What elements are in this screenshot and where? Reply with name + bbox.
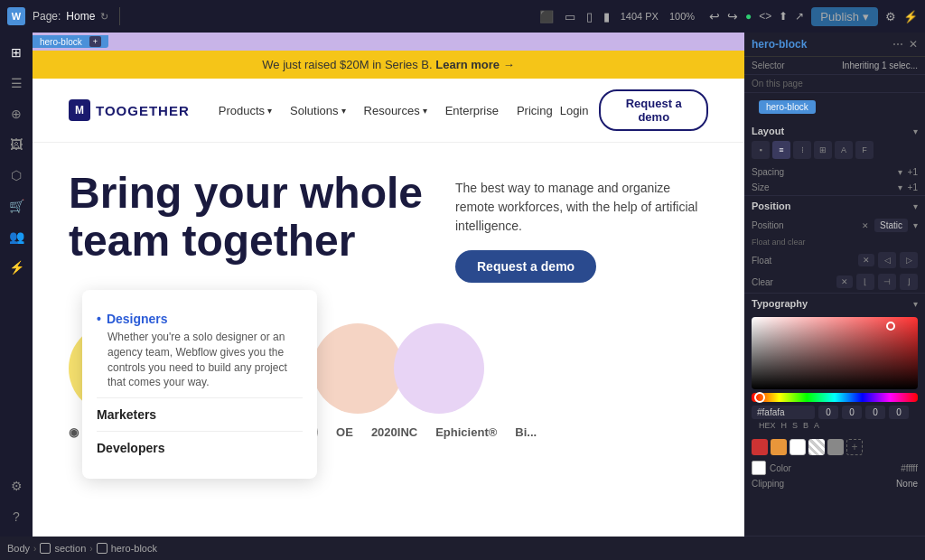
nav-resources[interactable]: Resources ▾	[357, 100, 434, 121]
breadcrumb-hero-block[interactable]: hero-block	[97, 543, 157, 554]
hue-slider[interactable]	[752, 393, 918, 402]
hero-heading: Bring your whole team together	[69, 170, 455, 266]
clipping-value[interactable]: None	[896, 479, 918, 489]
layout-header[interactable]: Layout ▾	[744, 121, 925, 141]
float-right-button[interactable]: ▷	[900, 252, 918, 268]
canvas-area: hero-block + We just raised $20M in Seri…	[33, 33, 744, 537]
dropdown-marketers[interactable]: Marketers	[97, 397, 303, 431]
undo-icon[interactable]: ↩	[709, 9, 720, 23]
color-hex-input[interactable]	[752, 406, 815, 419]
typography-toggle[interactable]: ▾	[913, 299, 918, 309]
position-header[interactable]: Position ▾	[744, 196, 925, 216]
swatch-add-button[interactable]: +	[846, 439, 863, 455]
nav-enterprise[interactable]: Enterprise	[438, 100, 506, 121]
swatch-transparent[interactable]	[808, 439, 825, 455]
float-left-button[interactable]: ◁	[878, 252, 896, 268]
color-s-input[interactable]	[842, 406, 862, 419]
breadcrumb-section[interactable]: section	[40, 543, 86, 554]
desktop-icon[interactable]: ⬛	[536, 8, 557, 25]
display-f-icon[interactable]: F	[855, 141, 874, 159]
sidebar-logic-icon[interactable]: ⚡	[4, 255, 29, 280]
sidebar-cms-icon[interactable]: ⬡	[4, 163, 29, 188]
page-name[interactable]: Home	[66, 10, 95, 23]
color-b-input[interactable]	[865, 406, 885, 419]
nav-login[interactable]: Login	[560, 104, 589, 117]
dropdown-designers[interactable]: Designers Whether you're a solo designer…	[97, 304, 303, 397]
spacing-row: Spacing ▾ +1	[744, 164, 925, 180]
tablet-landscape-icon[interactable]: ▭	[561, 8, 579, 25]
position-toggle[interactable]: ▾	[913, 201, 918, 211]
display-block-icon[interactable]: ▪	[752, 141, 770, 159]
color-swatches-row: +	[744, 435, 925, 459]
grid-icon[interactable]: ⚡	[903, 10, 918, 23]
position-chevron[interactable]: ▾	[913, 220, 918, 230]
position-value[interactable]: Static	[874, 219, 908, 232]
sidebar-pages-icon[interactable]: ⊞	[4, 40, 29, 65]
nav-cta-button[interactable]: Request a demo	[599, 89, 708, 131]
typography-header[interactable]: Typography ▾	[744, 294, 925, 313]
breadcrumb-body[interactable]: Body	[7, 543, 30, 554]
swatch-orange[interactable]	[771, 439, 787, 455]
sidebar-assets-icon[interactable]: 🖼	[4, 132, 29, 157]
display-a-icon[interactable]: A	[835, 141, 853, 159]
announcement-link[interactable]: Learn more	[435, 58, 500, 71]
publish-button[interactable]: Publish ▾	[811, 7, 878, 26]
panel-more-icon[interactable]: ⋯	[892, 38, 903, 51]
color-a-input[interactable]	[889, 406, 909, 419]
sidebar-ecommerce-icon[interactable]: 🛒	[4, 193, 29, 219]
preview-icon[interactable]: ●	[745, 10, 752, 23]
hue-cursor[interactable]	[754, 392, 765, 403]
redo-icon[interactable]: ↪	[727, 9, 738, 23]
color-mode-s[interactable]: S	[792, 421, 798, 430]
size-toggle[interactable]: ▾	[898, 182, 902, 192]
resources-chevron: ▾	[423, 106, 427, 116]
enterprise-label: Enterprise	[445, 104, 499, 117]
color-mode-h[interactable]: H	[781, 421, 788, 430]
share-icon[interactable]: ↗	[795, 10, 804, 23]
sidebar-users-icon[interactable]: 👥	[4, 224, 29, 249]
swatch-red[interactable]	[752, 439, 768, 455]
color-cursor[interactable]	[886, 322, 895, 331]
color-mode-b[interactable]: B	[803, 421, 808, 430]
spacing-toggle[interactable]: ▾	[898, 167, 902, 177]
sidebar-settings-icon[interactable]: ⚙	[4, 473, 29, 499]
clear-x-button[interactable]: ✕	[836, 275, 853, 288]
color-mode-hex[interactable]: HEX	[759, 421, 776, 430]
clear-right-button[interactable]: ⌋	[900, 274, 918, 290]
nav-logo[interactable]: M TOOGETHER	[69, 99, 190, 121]
color-mode-a[interactable]: A	[814, 421, 819, 430]
export-icon[interactable]: ⬆	[779, 10, 788, 23]
color-gradient[interactable]	[752, 317, 918, 389]
nav-products[interactable]: Products ▾	[211, 100, 279, 121]
sidebar-components-icon[interactable]: ⊕	[4, 101, 29, 126]
webflow-logo[interactable]: W	[7, 7, 25, 25]
float-x-button[interactable]: ✕	[858, 254, 874, 266]
settings-icon[interactable]: ⚙	[885, 10, 896, 23]
hero-cta-button[interactable]: Request a demo	[455, 250, 596, 283]
clear-left-button[interactable]: ⌊	[856, 274, 874, 290]
display-flex-col-icon[interactable]: ⁞	[793, 141, 811, 159]
mobile-icon[interactable]: ▮	[600, 8, 613, 25]
color-h-input[interactable]	[818, 406, 838, 419]
panel-header: hero-block ⋯ ✕	[744, 33, 925, 57]
nav-solutions[interactable]: Solutions ▾	[283, 100, 352, 121]
dropdown-developers[interactable]: Developers	[97, 431, 303, 464]
swatch-white[interactable]	[790, 439, 806, 455]
swatch-gray[interactable]	[827, 439, 844, 455]
refresh-icon[interactable]: ↻	[100, 11, 108, 23]
display-flex-row-icon[interactable]: ≡	[772, 141, 790, 159]
display-grid-icon[interactable]: ⊞	[814, 141, 832, 159]
code-icon[interactable]: <>	[759, 10, 771, 23]
nav-pricing[interactable]: Pricing	[509, 100, 560, 121]
tablet-icon[interactable]: ▯	[583, 8, 596, 25]
layout-toggle[interactable]: ▾	[913, 126, 918, 136]
selector-row: Selector Inheriting 1 selec...	[744, 57, 925, 75]
clear-both-button[interactable]: ⊣	[878, 274, 896, 290]
sidebar-layers-icon[interactable]: ☰	[4, 70, 29, 96]
color-value-box[interactable]	[752, 461, 766, 475]
selector-badge[interactable]: hero-block	[759, 100, 816, 114]
panel-close-icon[interactable]: ✕	[909, 38, 918, 51]
nav-right: Login Request a demo	[560, 89, 708, 131]
clear-row: Clear ✕ ⌊ ⊣ ⌋	[744, 271, 925, 293]
sidebar-help-icon[interactable]: ?	[4, 504, 29, 529]
